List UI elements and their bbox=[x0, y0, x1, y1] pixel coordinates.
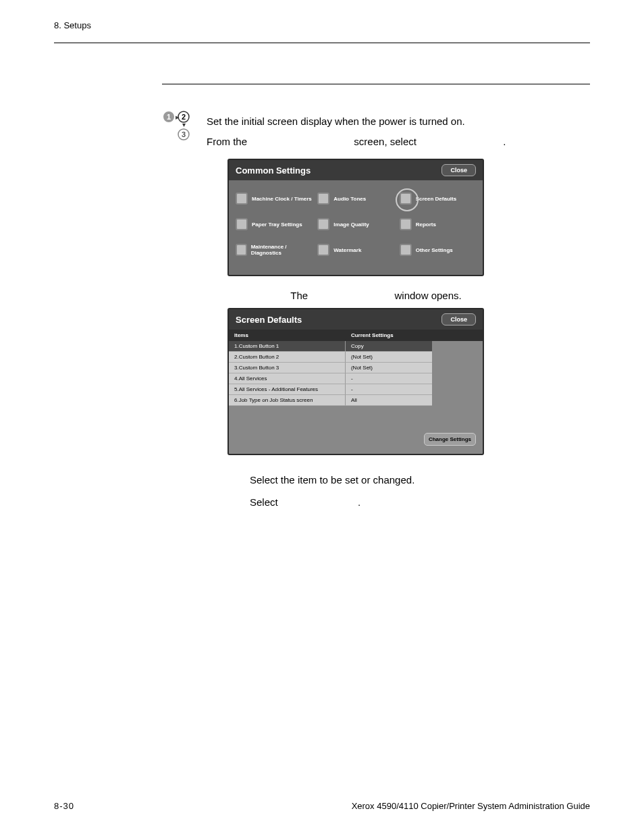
close-button[interactable]: Close bbox=[441, 313, 476, 325]
option-image-quality[interactable]: Image Quality bbox=[317, 218, 394, 230]
svg-text:▾: ▾ bbox=[182, 121, 186, 128]
instruction-line-1: Set the initial screen display when the … bbox=[207, 111, 506, 132]
content-rule bbox=[162, 84, 590, 84]
option-other-settings[interactable]: Other Settings bbox=[400, 244, 476, 256]
screen-defaults-panel: Screen Defaults Close Items Current Sett… bbox=[227, 308, 484, 455]
table-header: Items Current Settings bbox=[229, 330, 483, 341]
mid-sentence: The window opens. bbox=[122, 290, 590, 301]
steps-123-icon: 1 ▸ 2 ▾ 3 bbox=[162, 109, 194, 141]
option-screen-defaults[interactable]: Screen Defaults bbox=[400, 192, 476, 205]
panel1-title: Common Settings bbox=[236, 165, 311, 176]
page-number: 8-30 bbox=[54, 801, 74, 811]
option-machine-clock[interactable]: Machine Clock / Timers bbox=[236, 192, 312, 205]
panel2-title: Screen Defaults bbox=[236, 315, 302, 325]
svg-text:3: 3 bbox=[182, 130, 186, 138]
table-row[interactable]: 2.Custom Button 2(Not Set) bbox=[229, 352, 483, 363]
table-row[interactable]: 5.All Services - Additional Features- bbox=[229, 384, 483, 395]
table-row[interactable]: 1.Custom Button 1Copy bbox=[229, 341, 483, 352]
option-paper-tray[interactable]: Paper Tray Settings bbox=[236, 218, 312, 230]
svg-text:1: 1 bbox=[167, 113, 171, 121]
table-row[interactable]: 6.Job Type on Job Status screenAll bbox=[229, 395, 483, 406]
change-settings-button[interactable]: Change Settings bbox=[424, 433, 476, 446]
option-reports[interactable]: Reports bbox=[400, 218, 476, 230]
tail-line-2: Select . bbox=[250, 491, 590, 513]
option-maintenance[interactable]: Maintenance / Diagnostics bbox=[236, 244, 312, 256]
common-settings-panel: Common Settings Close Machine Clock / Ti… bbox=[227, 159, 484, 276]
svg-text:2: 2 bbox=[182, 113, 186, 121]
instruction-line-2: From the screen, select . bbox=[207, 132, 506, 152]
close-button[interactable]: Close bbox=[441, 164, 476, 176]
table-row[interactable]: 4.All Services- bbox=[229, 373, 483, 384]
tail-line-1: Select the item to be set or changed. bbox=[250, 469, 590, 491]
option-watermark[interactable]: Watermark bbox=[317, 244, 394, 256]
table-row[interactable]: 3.Custom Button 3(Not Set) bbox=[229, 363, 483, 373]
option-audio-tones[interactable]: Audio Tones bbox=[317, 192, 394, 205]
footer-doc-title: Xerox 4590/4110 Copier/Printer System Ad… bbox=[352, 801, 590, 811]
section-label: 8. Setups bbox=[54, 20, 590, 30]
